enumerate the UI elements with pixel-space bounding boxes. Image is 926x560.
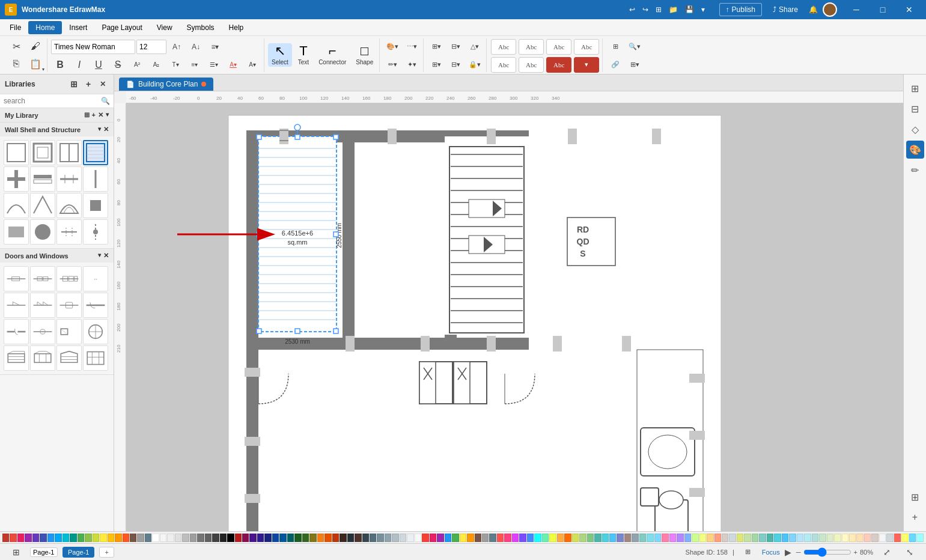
effects-button[interactable]: ✦▾ bbox=[403, 56, 421, 73]
style-btn-3[interactable]: Abc bbox=[546, 39, 571, 55]
color-swatch-103[interactable] bbox=[774, 534, 781, 542]
superscript-button[interactable]: A² bbox=[128, 56, 146, 73]
style-btn-7[interactable]: Abc bbox=[546, 57, 571, 73]
text-style-button[interactable]: T▾ bbox=[166, 56, 184, 73]
color-swatch-120[interactable] bbox=[901, 534, 908, 542]
wall-shell-header[interactable]: Wall Shell and Structure ▾ ✕ bbox=[0, 123, 114, 136]
color-swatch-115[interactable] bbox=[864, 534, 871, 542]
menu-view[interactable]: View bbox=[150, 21, 180, 34]
color-swatch-80[interactable] bbox=[602, 534, 609, 542]
color-swatch-59[interactable] bbox=[445, 534, 451, 542]
highlight-button[interactable]: A▾ bbox=[243, 56, 261, 73]
select-tool[interactable]: ↖ Select bbox=[268, 43, 292, 67]
color-swatch-58[interactable] bbox=[437, 534, 443, 542]
door-shape-3[interactable] bbox=[56, 266, 82, 291]
color-swatch-85[interactable] bbox=[639, 534, 646, 542]
color-swatch-105[interactable] bbox=[789, 534, 796, 542]
notification-button[interactable]: 🔔 bbox=[809, 5, 818, 14]
menu-page-layout[interactable]: Page Layout bbox=[94, 21, 149, 34]
zoom-out-button[interactable]: ─ bbox=[796, 549, 801, 556]
status-icon-button[interactable]: ⊞ bbox=[7, 544, 25, 561]
color-swatch-110[interactable] bbox=[827, 534, 833, 542]
zoom-in-icon[interactable]: + bbox=[854, 549, 857, 556]
maximize-button[interactable]: □ bbox=[871, 0, 895, 19]
color-swatch-62[interactable] bbox=[467, 534, 474, 542]
menu-file[interactable]: File bbox=[2, 21, 28, 34]
color-swatch-117[interactable] bbox=[879, 534, 886, 542]
style-panel-button[interactable]: 🎨 bbox=[906, 141, 924, 159]
color-swatch-84[interactable] bbox=[632, 534, 638, 542]
color-swatch-38[interactable] bbox=[287, 534, 294, 542]
color-swatch-47[interactable] bbox=[355, 534, 361, 542]
format-panel-button[interactable]: ⊞ bbox=[906, 79, 924, 97]
color-swatch-25[interactable] bbox=[190, 534, 196, 542]
increase-font-button[interactable]: A↑ bbox=[168, 38, 186, 55]
color-swatch-2[interactable] bbox=[17, 534, 24, 542]
color-swatch-109[interactable] bbox=[819, 534, 826, 542]
color-swatch-56[interactable] bbox=[422, 534, 428, 542]
color-swatch-69[interactable] bbox=[519, 534, 526, 542]
color-swatch-53[interactable] bbox=[400, 534, 406, 542]
color-swatch-7[interactable] bbox=[55, 534, 61, 542]
add-library-button[interactable]: ⊞ bbox=[68, 78, 80, 90]
collapse-my-library[interactable]: ▾ bbox=[106, 111, 109, 119]
color-swatch-63[interactable] bbox=[475, 534, 481, 542]
color-swatch-113[interactable] bbox=[849, 534, 856, 542]
door-shape-14[interactable] bbox=[30, 345, 55, 371]
wall-shape-4[interactable] bbox=[83, 140, 108, 165]
italic-button[interactable]: I bbox=[70, 56, 88, 73]
edit-panel-button[interactable]: ✏ bbox=[906, 161, 924, 179]
color-swatch-108[interactable] bbox=[812, 534, 818, 542]
door-shape-2[interactable] bbox=[30, 266, 55, 291]
fill-color-button[interactable]: 🎨▾ bbox=[383, 38, 401, 55]
paste-button[interactable]: 📋▾ bbox=[26, 55, 44, 72]
color-swatch-23[interactable] bbox=[175, 534, 181, 542]
color-swatch-34[interactable] bbox=[257, 534, 264, 542]
color-swatch-81[interactable] bbox=[609, 534, 616, 542]
color-swatch-73[interactable] bbox=[549, 534, 556, 542]
wall-shape-14[interactable] bbox=[30, 219, 55, 245]
wall-shape-3[interactable] bbox=[56, 140, 82, 165]
add-button[interactable]: + bbox=[82, 78, 94, 90]
door-shape-13[interactable] bbox=[4, 345, 29, 371]
zoom-in-button[interactable]: + bbox=[906, 508, 924, 526]
wall-shape-11[interactable] bbox=[56, 193, 82, 218]
color-swatch-20[interactable] bbox=[152, 534, 159, 542]
color-swatch-79[interactable] bbox=[594, 534, 601, 542]
lock-button[interactable]: 🔒▾ bbox=[466, 56, 484, 73]
door-shape-8[interactable] bbox=[83, 293, 108, 318]
color-swatch-43[interactable] bbox=[324, 534, 331, 542]
color-swatch-55[interactable] bbox=[415, 534, 421, 542]
collapse-wall-section[interactable]: ▾ bbox=[98, 126, 101, 133]
search-icon[interactable]: 🔍 bbox=[101, 97, 110, 105]
underline-button[interactable]: U bbox=[90, 56, 108, 73]
color-swatch-45[interactable] bbox=[340, 534, 346, 542]
close-library-button[interactable]: ✕ bbox=[98, 111, 103, 119]
color-swatch-11[interactable] bbox=[85, 534, 91, 542]
color-swatch-74[interactable] bbox=[557, 534, 564, 542]
color-swatch-40[interactable] bbox=[302, 534, 309, 542]
style-btn-6[interactable]: Abc bbox=[519, 57, 544, 73]
color-swatch-10[interactable] bbox=[78, 534, 84, 542]
new-tab-button[interactable]: ⊞ bbox=[653, 4, 664, 15]
style-btn-5[interactable]: Abc bbox=[491, 57, 516, 73]
shape-tool[interactable]: □ Shape bbox=[352, 43, 377, 67]
more-button[interactable]: ▾ bbox=[699, 4, 707, 15]
color-swatch-112[interactable] bbox=[842, 534, 848, 542]
style-btn-4[interactable]: Abc bbox=[574, 39, 599, 55]
share-button[interactable]: ⤴ Share bbox=[767, 4, 804, 16]
color-swatch-17[interactable] bbox=[130, 534, 136, 542]
door-shape-6[interactable] bbox=[30, 293, 55, 318]
color-swatch-30[interactable] bbox=[227, 534, 234, 542]
color-swatch-75[interactable] bbox=[564, 534, 571, 542]
wall-shape-2[interactable] bbox=[30, 140, 55, 165]
edit-link-button[interactable]: 🔗 bbox=[606, 56, 624, 73]
color-swatch-15[interactable] bbox=[115, 534, 121, 542]
wall-shape-16[interactable] bbox=[83, 219, 108, 245]
list-button[interactable]: ☰▾ bbox=[205, 56, 223, 73]
door-shape-5[interactable] bbox=[4, 293, 29, 318]
font-color-button[interactable]: A▾ bbox=[224, 56, 242, 73]
door-shape-7[interactable] bbox=[56, 293, 82, 318]
color-swatch-82[interactable] bbox=[617, 534, 623, 542]
minimize-button[interactable]: ─ bbox=[844, 0, 868, 19]
